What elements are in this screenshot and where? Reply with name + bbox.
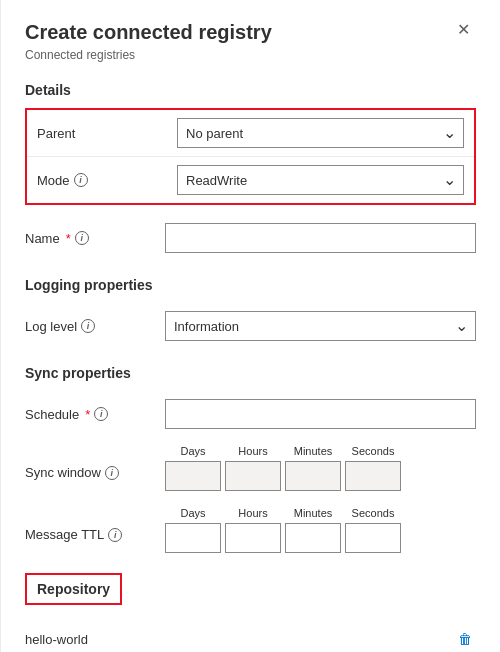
repo-name-0: hello-world	[25, 632, 88, 647]
schedule-control: *****	[165, 399, 476, 429]
parent-select[interactable]: No parent	[177, 118, 464, 148]
sync-days-group: Days 0	[165, 445, 221, 491]
schedule-required-star: *	[85, 407, 90, 422]
repository-section-title: Repository	[37, 581, 110, 597]
sync-days-input[interactable]: 0	[165, 461, 221, 491]
sync-window-info-icon[interactable]: i	[105, 466, 119, 480]
sync-section-title: Sync properties	[25, 365, 476, 381]
sync-days-label: Days	[180, 445, 205, 457]
sync-seconds-label: Seconds	[352, 445, 395, 457]
logging-section-title: Logging properties	[25, 277, 476, 293]
ttl-minutes-input[interactable]: 0	[285, 523, 341, 553]
schedule-label: Schedule * i	[25, 407, 165, 422]
mode-row: Mode i ReadWrite	[27, 156, 474, 203]
name-info-icon[interactable]: i	[75, 231, 89, 245]
sync-window-inputs: Days 0 Hours 1 Minutes 0 Seconds 0	[165, 445, 476, 491]
sync-hours-input[interactable]: 1	[225, 461, 281, 491]
mode-label: Mode i	[37, 173, 177, 188]
ttl-hours-input[interactable]: 0	[225, 523, 281, 553]
mode-info-icon[interactable]: i	[74, 173, 88, 187]
sync-hours-label: Hours	[238, 445, 267, 457]
log-level-control: Information	[165, 311, 476, 341]
panel-title: Create connected registry	[25, 20, 272, 44]
ttl-days-label: Days	[180, 507, 205, 519]
ttl-seconds-label: Seconds	[352, 507, 395, 519]
message-ttl-label: Message TTL i	[25, 507, 165, 542]
parent-row: Parent No parent	[27, 110, 474, 156]
details-section-title: Details	[25, 82, 476, 98]
delete-repo-0-button[interactable]: 🗑	[454, 629, 476, 649]
sync-minutes-group: Minutes 0	[285, 445, 341, 491]
panel-header: Create connected registry ✕	[25, 20, 476, 44]
ttl-days-group: Days 2	[165, 507, 221, 553]
name-label: Name * i	[25, 231, 165, 246]
ttl-seconds-group: Seconds 0	[345, 507, 401, 553]
panel-subtitle: Connected registries	[25, 48, 476, 62]
create-connected-registry-panel: Create connected registry ✕ Connected re…	[0, 0, 500, 652]
log-level-select[interactable]: Information	[165, 311, 476, 341]
name-required-star: *	[66, 231, 71, 246]
message-ttl-inputs: Days 2 Hours 0 Minutes 0 Seconds 0	[165, 507, 476, 553]
sync-minutes-label: Minutes	[294, 445, 333, 457]
name-input[interactable]	[165, 223, 476, 253]
sync-seconds-group: Seconds 0	[345, 445, 401, 491]
parent-control: No parent	[177, 118, 464, 148]
log-level-select-wrapper: Information	[165, 311, 476, 341]
message-ttl-info-icon[interactable]: i	[108, 528, 122, 542]
name-row: Name * i	[25, 215, 476, 261]
sync-minutes-input[interactable]: 0	[285, 461, 341, 491]
sync-window-label: Sync window i	[25, 445, 165, 480]
ttl-minutes-group: Minutes 0	[285, 507, 341, 553]
log-level-info-icon[interactable]: i	[81, 319, 95, 333]
name-control	[165, 223, 476, 253]
sync-hours-group: Hours 1	[225, 445, 281, 491]
message-ttl-row: Message TTL i Days 2 Hours 0 Minutes 0 S…	[25, 499, 476, 561]
mode-select-wrapper: ReadWrite	[177, 165, 464, 195]
log-level-row: Log level i Information	[25, 303, 476, 349]
schedule-info-icon[interactable]: i	[94, 407, 108, 421]
ttl-seconds-input[interactable]: 0	[345, 523, 401, 553]
mode-control: ReadWrite	[177, 165, 464, 195]
sync-seconds-input[interactable]: 0	[345, 461, 401, 491]
schedule-row: Schedule * i *****	[25, 391, 476, 437]
ttl-hours-group: Hours 0	[225, 507, 281, 553]
close-button[interactable]: ✕	[451, 20, 476, 40]
sync-window-row: Sync window i Days 0 Hours 1 Minutes 0 S…	[25, 437, 476, 499]
repository-list: hello-world 🗑 acr/connected-registry 🗑	[25, 623, 476, 652]
parent-label: Parent	[37, 126, 177, 141]
ttl-minutes-label: Minutes	[294, 507, 333, 519]
mode-select[interactable]: ReadWrite	[177, 165, 464, 195]
repository-title-box: Repository	[25, 573, 122, 605]
list-item: hello-world 🗑	[25, 623, 476, 652]
ttl-days-input[interactable]: 2	[165, 523, 221, 553]
ttl-hours-label: Hours	[238, 507, 267, 519]
log-level-label: Log level i	[25, 319, 165, 334]
parent-select-wrapper: No parent	[177, 118, 464, 148]
details-box: Parent No parent Mode i ReadWrite	[25, 108, 476, 205]
schedule-input[interactable]: *****	[165, 399, 476, 429]
